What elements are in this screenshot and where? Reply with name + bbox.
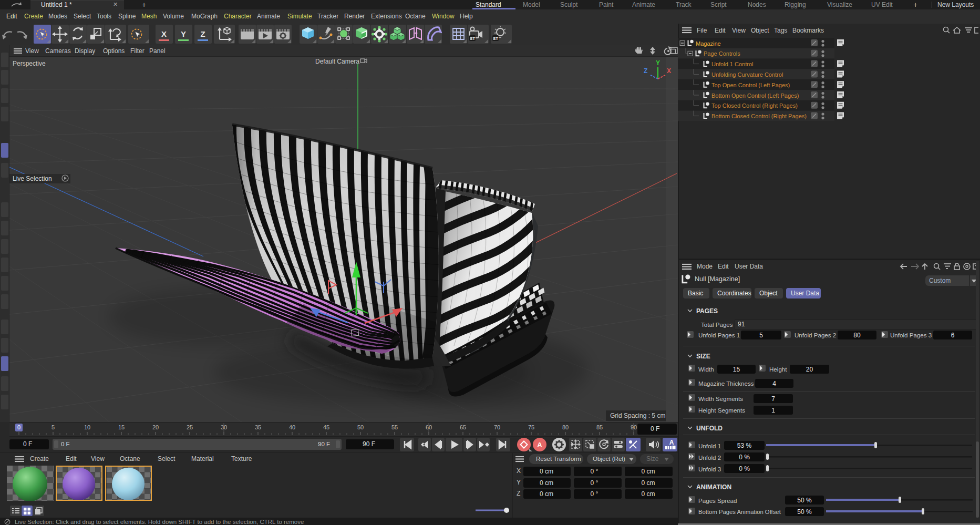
- svg-text:35: 35: [255, 424, 261, 430]
- svg-text:ST: ST: [493, 36, 498, 41]
- svg-text:15: 15: [118, 424, 125, 430]
- svg-text:Z: Z: [200, 29, 205, 38]
- svg-text:70: 70: [494, 424, 500, 430]
- svg-text:Bottom Closed Control (Right P: Bottom Closed Control (Right Pages): [711, 113, 807, 119]
- svg-text:40: 40: [289, 424, 295, 430]
- svg-text:75: 75: [528, 424, 534, 430]
- svg-text:Y: Y: [656, 59, 660, 67]
- svg-text:Default Camera: Default Camera: [315, 58, 359, 65]
- svg-text:30: 30: [221, 424, 227, 430]
- svg-text:Unfold 1 Control: Unfold 1 Control: [711, 61, 754, 67]
- svg-text:20: 20: [152, 424, 159, 430]
- svg-text:25: 25: [187, 424, 193, 430]
- svg-text:X: X: [667, 67, 671, 75]
- svg-text:Y: Y: [181, 29, 186, 38]
- svg-text:A: A: [669, 439, 674, 446]
- svg-text:ST: ST: [470, 36, 475, 41]
- svg-text:0: 0: [17, 424, 20, 430]
- svg-text:80: 80: [562, 424, 569, 430]
- svg-text:Live Selection: Live Selection: [13, 175, 52, 182]
- svg-text:85: 85: [596, 424, 603, 430]
- svg-text:Page Controls: Page Controls: [704, 50, 740, 57]
- svg-text:60: 60: [426, 424, 432, 430]
- svg-text:50: 50: [357, 424, 364, 430]
- svg-text:A: A: [537, 441, 542, 449]
- svg-text:Magazine: Magazine: [696, 40, 721, 47]
- svg-text:Z: Z: [644, 67, 647, 75]
- svg-text:5: 5: [51, 424, 55, 430]
- svg-text:90: 90: [631, 424, 637, 430]
- svg-text:10: 10: [84, 424, 90, 430]
- svg-text:Grid Spacing : 5 cm: Grid Spacing : 5 cm: [610, 412, 665, 419]
- svg-text:Bottom Open Control (Left Page: Bottom Open Control (Left Pages): [711, 92, 799, 99]
- svg-text:X: X: [161, 29, 167, 38]
- svg-text:55: 55: [391, 424, 398, 430]
- svg-text:65: 65: [460, 424, 466, 430]
- svg-text:45: 45: [323, 424, 329, 430]
- svg-text:Top Closed Control (Right Page: Top Closed Control (Right Pages): [711, 102, 798, 109]
- svg-text:Perspective: Perspective: [13, 60, 46, 67]
- svg-text:Top Open Control (Left Pages): Top Open Control (Left Pages): [711, 82, 790, 88]
- svg-text:Unfolding Curvature Control: Unfolding Curvature Control: [711, 71, 783, 78]
